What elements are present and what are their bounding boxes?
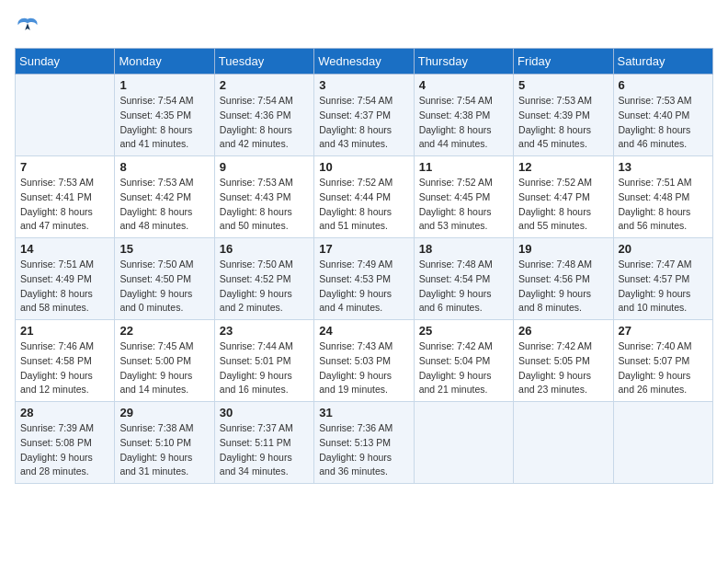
day-info: Sunrise: 7:39 AMSunset: 5:08 PMDaylight:… (20, 421, 109, 479)
day-number: 26 (518, 324, 608, 338)
day-info: Sunrise: 7:52 AMSunset: 4:44 PMDaylight:… (319, 176, 408, 234)
day-info: Sunrise: 7:37 AMSunset: 5:11 PMDaylight:… (220, 421, 309, 479)
calendar-cell: 9Sunrise: 7:53 AMSunset: 4:43 PMDaylight… (214, 156, 313, 238)
day-number: 31 (319, 406, 408, 419)
day-info: Sunrise: 7:50 AMSunset: 4:52 PMDaylight:… (220, 258, 309, 316)
calendar-cell: 22Sunrise: 7:45 AMSunset: 5:00 PMDayligh… (115, 320, 214, 402)
day-number: 21 (20, 324, 109, 338)
day-info: Sunrise: 7:51 AMSunset: 4:48 PMDaylight:… (619, 176, 708, 234)
day-info: Sunrise: 7:47 AMSunset: 4:57 PMDaylight:… (619, 258, 708, 316)
page-header (15, 15, 713, 40)
day-info: Sunrise: 7:53 AMSunset: 4:39 PMDaylight:… (518, 94, 608, 152)
calendar-cell: 16Sunrise: 7:50 AMSunset: 4:52 PMDayligh… (214, 238, 313, 320)
calendar-cell: 1Sunrise: 7:54 AMSunset: 4:35 PMDaylight… (115, 75, 214, 156)
calendar-cell (414, 402, 513, 484)
calendar-week-1: 1Sunrise: 7:54 AMSunset: 4:35 PMDaylight… (16, 75, 713, 156)
day-number: 23 (220, 324, 309, 338)
day-info: Sunrise: 7:49 AMSunset: 4:53 PMDaylight:… (319, 258, 408, 316)
calendar-cell (613, 402, 712, 484)
day-number: 10 (319, 160, 408, 174)
day-info: Sunrise: 7:40 AMSunset: 5:07 PMDaylight:… (619, 339, 708, 397)
calendar-header: SundayMondayTuesdayWednesdayThursdayFrid… (16, 49, 713, 75)
day-number: 27 (619, 324, 708, 338)
day-number: 2 (220, 78, 309, 92)
day-info: Sunrise: 7:42 AMSunset: 5:04 PMDaylight:… (419, 339, 508, 397)
calendar-week-4: 21Sunrise: 7:46 AMSunset: 4:58 PMDayligh… (16, 320, 713, 402)
day-info: Sunrise: 7:42 AMSunset: 5:05 PMDaylight:… (518, 339, 608, 397)
day-number: 19 (518, 242, 608, 256)
day-number: 29 (119, 406, 209, 419)
day-info: Sunrise: 7:48 AMSunset: 4:56 PMDaylight:… (518, 258, 608, 316)
weekday-header-saturday: Saturday (613, 49, 712, 75)
calendar-cell: 20Sunrise: 7:47 AMSunset: 4:57 PMDayligh… (613, 238, 712, 320)
day-info: Sunrise: 7:53 AMSunset: 4:42 PMDaylight:… (119, 176, 209, 234)
calendar-cell: 6Sunrise: 7:53 AMSunset: 4:40 PMDaylight… (613, 75, 712, 156)
day-info: Sunrise: 7:44 AMSunset: 5:01 PMDaylight:… (220, 339, 309, 397)
day-info: Sunrise: 7:50 AMSunset: 4:50 PMDaylight:… (119, 258, 209, 316)
day-info: Sunrise: 7:53 AMSunset: 4:41 PMDaylight:… (20, 176, 109, 234)
calendar-cell: 28Sunrise: 7:39 AMSunset: 5:08 PMDayligh… (16, 402, 115, 484)
weekday-header-sunday: Sunday (16, 49, 115, 75)
calendar-cell: 29Sunrise: 7:38 AMSunset: 5:10 PMDayligh… (115, 402, 214, 484)
calendar-cell: 15Sunrise: 7:50 AMSunset: 4:50 PMDayligh… (115, 238, 214, 320)
day-info: Sunrise: 7:53 AMSunset: 4:40 PMDaylight:… (619, 94, 708, 152)
day-info: Sunrise: 7:54 AMSunset: 4:35 PMDaylight:… (119, 94, 209, 152)
day-number: 9 (220, 160, 309, 174)
logo (15, 15, 44, 40)
day-number: 17 (319, 242, 408, 256)
logo-icon (15, 15, 40, 40)
weekday-header-tuesday: Tuesday (214, 49, 313, 75)
calendar-cell: 2Sunrise: 7:54 AMSunset: 4:36 PMDaylight… (214, 75, 313, 156)
calendar-cell: 19Sunrise: 7:48 AMSunset: 4:56 PMDayligh… (514, 238, 613, 320)
day-info: Sunrise: 7:38 AMSunset: 5:10 PMDaylight:… (119, 421, 209, 479)
calendar-cell: 30Sunrise: 7:37 AMSunset: 5:11 PMDayligh… (214, 402, 313, 484)
day-info: Sunrise: 7:54 AMSunset: 4:38 PMDaylight:… (419, 94, 508, 152)
calendar-cell: 3Sunrise: 7:54 AMSunset: 4:37 PMDaylight… (314, 75, 414, 156)
day-number: 15 (119, 242, 209, 256)
day-number: 12 (518, 160, 608, 174)
calendar-cell: 31Sunrise: 7:36 AMSunset: 5:13 PMDayligh… (314, 402, 414, 484)
weekday-header-row: SundayMondayTuesdayWednesdayThursdayFrid… (16, 49, 713, 75)
calendar-cell (16, 75, 115, 156)
day-info: Sunrise: 7:54 AMSunset: 4:36 PMDaylight:… (220, 94, 309, 152)
day-number: 30 (220, 406, 309, 419)
calendar-cell: 21Sunrise: 7:46 AMSunset: 4:58 PMDayligh… (16, 320, 115, 402)
calendar-cell: 26Sunrise: 7:42 AMSunset: 5:05 PMDayligh… (514, 320, 613, 402)
day-info: Sunrise: 7:48 AMSunset: 4:54 PMDaylight:… (419, 258, 508, 316)
day-info: Sunrise: 7:52 AMSunset: 4:45 PMDaylight:… (419, 176, 508, 234)
day-number: 18 (419, 242, 508, 256)
day-info: Sunrise: 7:45 AMSunset: 5:00 PMDaylight:… (119, 339, 209, 397)
day-number: 11 (419, 160, 508, 174)
calendar-cell: 5Sunrise: 7:53 AMSunset: 4:39 PMDaylight… (514, 75, 613, 156)
calendar-cell: 13Sunrise: 7:51 AMSunset: 4:48 PMDayligh… (613, 156, 712, 238)
day-number: 8 (119, 160, 209, 174)
day-info: Sunrise: 7:43 AMSunset: 5:03 PMDaylight:… (319, 339, 408, 397)
day-number: 7 (20, 160, 109, 174)
day-number: 16 (220, 242, 309, 256)
weekday-header-wednesday: Wednesday (314, 49, 414, 75)
calendar-cell: 23Sunrise: 7:44 AMSunset: 5:01 PMDayligh… (214, 320, 313, 402)
calendar-cell: 11Sunrise: 7:52 AMSunset: 4:45 PMDayligh… (414, 156, 513, 238)
day-number: 1 (119, 78, 209, 92)
calendar-body: 1Sunrise: 7:54 AMSunset: 4:35 PMDaylight… (16, 75, 713, 484)
weekday-header-thursday: Thursday (414, 49, 513, 75)
calendar-week-5: 28Sunrise: 7:39 AMSunset: 5:08 PMDayligh… (16, 402, 713, 484)
day-number: 25 (419, 324, 508, 338)
day-info: Sunrise: 7:52 AMSunset: 4:47 PMDaylight:… (518, 176, 608, 234)
day-number: 20 (619, 242, 708, 256)
day-info: Sunrise: 7:53 AMSunset: 4:43 PMDaylight:… (220, 176, 309, 234)
calendar-cell: 14Sunrise: 7:51 AMSunset: 4:49 PMDayligh… (16, 238, 115, 320)
day-number: 5 (518, 78, 608, 92)
calendar-cell: 17Sunrise: 7:49 AMSunset: 4:53 PMDayligh… (314, 238, 414, 320)
day-info: Sunrise: 7:46 AMSunset: 4:58 PMDaylight:… (20, 339, 109, 397)
calendar-cell (514, 402, 613, 484)
day-number: 28 (20, 406, 109, 419)
day-number: 24 (319, 324, 408, 338)
calendar-cell: 24Sunrise: 7:43 AMSunset: 5:03 PMDayligh… (314, 320, 414, 402)
calendar-week-3: 14Sunrise: 7:51 AMSunset: 4:49 PMDayligh… (16, 238, 713, 320)
day-number: 3 (319, 78, 408, 92)
day-number: 14 (20, 242, 109, 256)
calendar-cell: 8Sunrise: 7:53 AMSunset: 4:42 PMDaylight… (115, 156, 214, 238)
calendar-cell: 10Sunrise: 7:52 AMSunset: 4:44 PMDayligh… (314, 156, 414, 238)
day-info: Sunrise: 7:36 AMSunset: 5:13 PMDaylight:… (319, 421, 408, 479)
